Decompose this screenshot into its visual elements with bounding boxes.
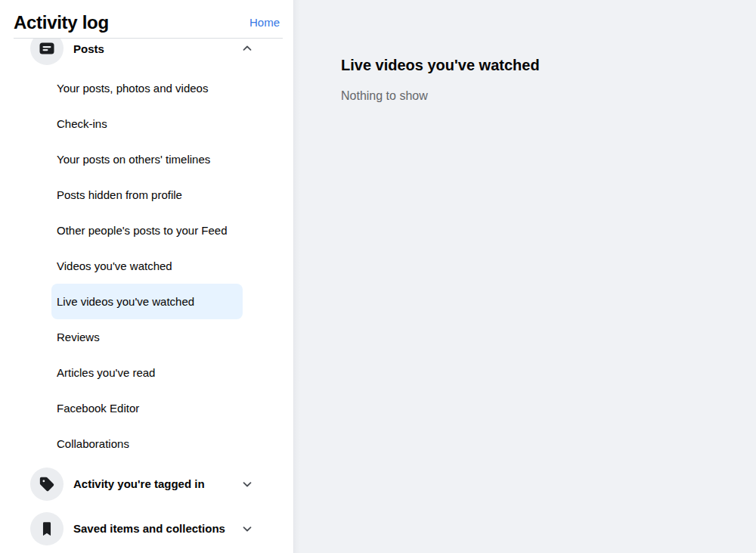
sidebar-item-label: Your posts, photos and videos [57,80,208,96]
sidebar-item[interactable]: Your posts, photos and videos [51,70,243,106]
sidebar-item[interactable]: Reviews [51,319,243,355]
bookmark-icon [30,512,64,545]
sidebar-item-label: Your posts on others' timelines [57,151,210,167]
home-link[interactable]: Home [249,16,280,29]
sidebar-item[interactable]: Articles you've read [51,355,243,390]
sidebar-item-label: Articles you've read [57,365,155,381]
sidebar-item-label: Collaborations [57,436,129,452]
sidebar-item-label: Posts hidden from profile [57,187,182,203]
sidebar-item[interactable]: Collaborations [51,426,243,461]
section-label-saved: Saved items and collections [73,522,225,535]
sidebar-item-label: Reviews [57,329,100,345]
sidebar-item[interactable]: Your posts on others' timelines [51,141,243,177]
chevron-down-icon [241,478,253,490]
sidebar-item[interactable]: Posts hidden from profile [51,177,243,213]
sidebar-item[interactable]: Facebook Editor [51,390,243,426]
sidebar-item[interactable]: Other people's posts to your Feed [51,213,243,248]
sidebar-item-label: Live videos you've watched [57,294,194,309]
section-label-posts: Posts [73,42,104,55]
sidebar-item-label: Other people's posts to your Feed [57,222,228,238]
empty-state-text: Nothing to show [341,88,726,104]
content-title: Live videos you've watched [341,55,726,76]
sidebar-section-saved[interactable]: Saved items and collections [0,506,293,551]
chevron-down-icon [241,523,253,535]
page-title: Activity log [14,12,109,33]
sidebar-item[interactable]: Videos you've watched [51,248,243,284]
sidebar-item-label: Videos you've watched [57,258,172,274]
sidebar-item[interactable]: Check-ins [51,106,243,141]
sidebar-item[interactable]: Live videos you've watched [51,284,243,319]
sidebar-item-label: Check-ins [57,116,107,132]
chevron-up-icon [241,42,253,54]
activity-log-sidebar: Activity log Home Posts [0,0,294,553]
sidebar-item-label: Facebook Editor [57,400,139,416]
posts-sub-list: Your posts, photos and videos Check-ins … [51,70,243,461]
sidebar-section-tagged[interactable]: Activity you're tagged in [0,461,293,506]
sidebar-header: Activity log Home [0,0,293,39]
main-content: Live videos you've watched Nothing to sh… [294,0,756,553]
section-label-tagged: Activity you're tagged in [73,477,205,490]
tag-icon [30,468,64,501]
sidebar-scroll-area[interactable]: Posts Your posts, photos and videos Chec… [0,0,293,553]
